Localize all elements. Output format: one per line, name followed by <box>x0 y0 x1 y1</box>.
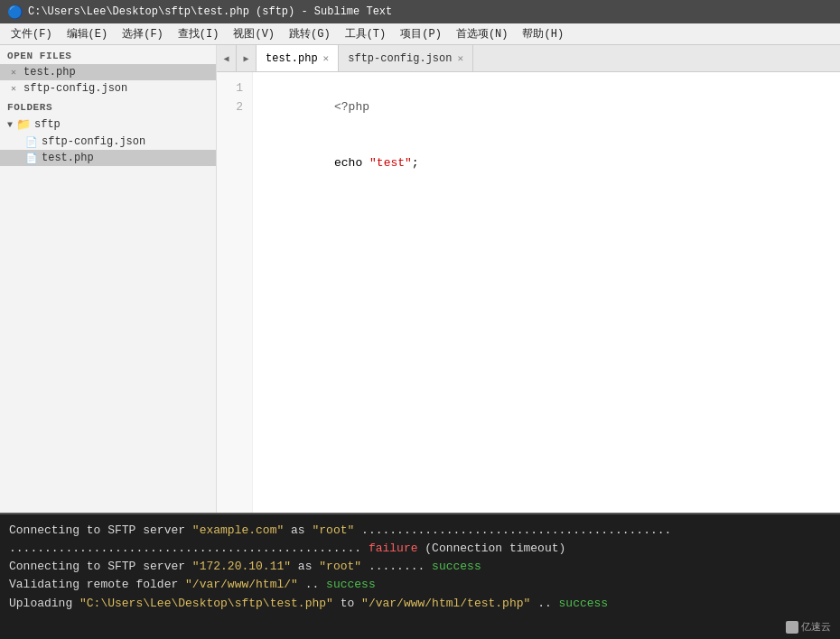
app-icon: 🔵 <box>7 5 23 20</box>
line-numbers: 1 2 <box>217 72 253 513</box>
code-token-1-1: <?php <box>334 100 369 114</box>
console-segment: Validating remote folder <box>9 578 185 591</box>
tab-label-testphp: test.php <box>266 52 318 65</box>
menu-bar: 文件(F)编辑(E)选择(F)查找(I)视图(V)跳转(G)工具(T)项目(P)… <box>0 23 840 45</box>
console-line-3: Validating remote folder "/var/www/html/… <box>9 576 831 594</box>
console-segment: success <box>326 578 376 591</box>
console-segment: .. <box>530 597 558 610</box>
console-segment: "/var/www/html/" <box>185 578 298 591</box>
folder-sftp[interactable]: ▼ 📁 sftp <box>0 116 216 134</box>
console-segment: .. <box>298 578 326 591</box>
sidebar-open-file-testphp[interactable]: ✕ test.php <box>0 64 216 80</box>
console-segment: to <box>333 597 361 610</box>
sidebar-open-filename-testphp: test.php <box>23 66 76 79</box>
console-segment: failure <box>369 542 418 555</box>
folder-icon-sftp: 📁 <box>16 117 31 132</box>
sidebar-open-filename-sftp-config: sftp-config.json <box>23 82 127 95</box>
menu-item-e[interactable]: 编辑(E) <box>60 24 116 43</box>
menu-item-g[interactable]: 跳转(G) <box>282 24 338 43</box>
tab-close-testphp[interactable]: ✕ <box>323 52 330 64</box>
sidebar: OPEN FILES ✕ test.php ✕ sftp-config.json… <box>0 45 217 513</box>
menu-item-f[interactable]: 文件(F) <box>4 24 60 43</box>
code-line-1: <?php <box>264 79 829 135</box>
console-line-0: Connecting to SFTP server "example.com" … <box>9 522 831 540</box>
sidebar-filename-sftp-config: sftp-config.json <box>42 135 145 148</box>
console-line-4: Uploading "C:\Users\Lee\Desktop\sftp\tes… <box>9 595 831 613</box>
menu-item-v[interactable]: 视图(V) <box>226 24 282 43</box>
console-segment: as <box>291 560 319 573</box>
main-layout: OPEN FILES ✕ test.php ✕ sftp-config.json… <box>0 45 840 513</box>
file-icon-testphp: 📄 <box>25 153 38 164</box>
tab-sftp-config[interactable]: sftp-config.json ✕ <box>339 45 473 71</box>
watermark-label: 亿速云 <box>801 620 831 634</box>
editor-area: ◀ ▶ test.php ✕ sftp-config.json ✕ 1 2 <?… <box>217 45 840 513</box>
menu-item-i[interactable]: 查找(I) <box>171 24 227 43</box>
console-line-2: Connecting to SFTP server "172.20.10.11"… <box>9 558 831 576</box>
code-token-2-1: echo <box>334 156 369 170</box>
sidebar-filename-testphp: test.php <box>42 152 94 164</box>
menu-item-f[interactable]: 选择(F) <box>115 24 171 43</box>
tab-testphp[interactable]: test.php ✕ <box>257 45 339 71</box>
console-area: Connecting to SFTP server "example.com" … <box>0 513 840 639</box>
sidebar-file-testphp[interactable]: 📄 test.php <box>0 150 216 166</box>
close-icon-testphp[interactable]: ✕ <box>11 67 16 78</box>
watermark-icon <box>786 621 798 634</box>
console-segment: "C:\Users\Lee\Desktop\sftp\test.php" <box>79 597 333 610</box>
menu-item-p[interactable]: 项目(P) <box>393 24 449 43</box>
sidebar-open-file-sftp-config[interactable]: ✕ sftp-config.json <box>0 80 216 97</box>
code-line-2: echo "test"; <box>264 135 829 191</box>
watermark: 亿速云 <box>786 620 831 634</box>
console-segment: "/var/www/html/test.php" <box>361 597 530 610</box>
console-segment: (Connection timeout) <box>417 542 565 555</box>
console-segment: ........ <box>361 560 432 573</box>
console-segment: success <box>559 597 609 610</box>
console-segment: ........................................… <box>354 523 671 537</box>
code-lines[interactable]: <?php echo "test"; <box>253 72 840 513</box>
console-segment: as <box>284 523 312 537</box>
title-bar: 🔵 C:\Users\Lee\Desktop\sftp\test.php (sf… <box>0 0 840 23</box>
tab-next-button[interactable]: ▶ <box>237 45 257 71</box>
menu-item-n[interactable]: 首选项(N) <box>449 24 516 43</box>
code-token-2-2: "test" <box>369 156 412 170</box>
tab-close-sftp-config[interactable]: ✕ <box>457 52 463 64</box>
window-title: C:\Users\Lee\Desktop\sftp\test.php (sftp… <box>28 5 392 18</box>
console-segment: "172.20.10.11" <box>192 560 291 573</box>
line-num-2: 2 <box>217 98 252 117</box>
code-token-2-3: ; <box>412 156 419 170</box>
close-icon-sftp-config[interactable]: ✕ <box>11 83 16 94</box>
tab-bar: ◀ ▶ test.php ✕ sftp-config.json ✕ <box>217 45 840 72</box>
menu-item-h[interactable]: 帮助(H) <box>515 24 571 43</box>
console-segment: Uploading <box>9 597 79 610</box>
console-line-1: ........................................… <box>9 540 831 558</box>
console-segment: success <box>432 560 481 573</box>
menu-item-t[interactable]: 工具(T) <box>338 24 394 43</box>
console-segment: Connecting to SFTP server <box>9 523 192 537</box>
folders-label: FOLDERS <box>0 97 216 116</box>
line-num-1: 1 <box>217 79 252 98</box>
open-files-list: ✕ test.php ✕ sftp-config.json <box>0 64 216 97</box>
tab-label-sftp-config: sftp-config.json <box>348 52 452 65</box>
console-segment: "example.com" <box>192 523 284 537</box>
console-segment: Connecting to SFTP server <box>9 560 192 573</box>
file-icon-sftp-config: 📄 <box>25 136 38 148</box>
console-segment: ........................................… <box>9 542 369 555</box>
sidebar-file-sftp-config[interactable]: 📄 sftp-config.json <box>0 134 216 150</box>
open-files-label: OPEN FILES <box>0 45 216 64</box>
folder-name-sftp: sftp <box>34 118 61 131</box>
chevron-down-icon: ▼ <box>7 120 13 130</box>
code-area[interactable]: 1 2 <?php echo "test"; <box>217 72 840 513</box>
tab-prev-button[interactable]: ◀ <box>217 45 237 71</box>
console-segment: "root" <box>319 560 361 573</box>
folders-list: ▼ 📁 sftp 📄 sftp-config.json 📄 test.php <box>0 116 216 166</box>
console-segment: "root" <box>312 523 354 537</box>
